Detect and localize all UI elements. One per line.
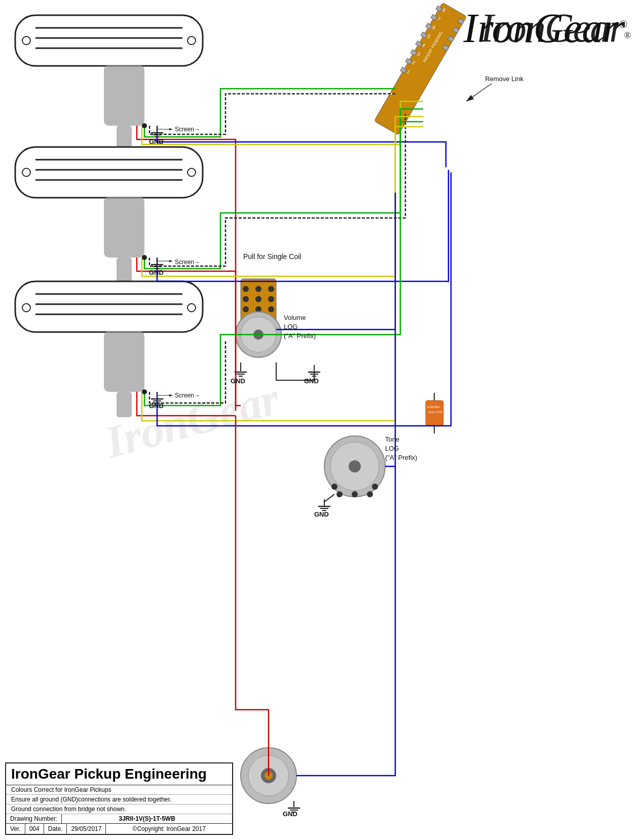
footer-ver-label: Ver. xyxy=(6,824,25,834)
screen3-label: Screen→ xyxy=(175,392,200,399)
footer-date-value: 29/05/2017 xyxy=(67,824,106,834)
svg-point-67 xyxy=(352,491,358,497)
screen2-label: Screen→ xyxy=(175,259,200,266)
svg-point-5 xyxy=(187,36,196,45)
svg-rect-16 xyxy=(15,281,203,332)
wiring-diagram: 8 7 6 5 4 3 2 1 PATENT PENDING xyxy=(0,0,640,840)
svg-text:222e 6701: 222e 6701 xyxy=(428,411,443,414)
footer-date-label: Date. xyxy=(44,824,67,834)
footer-drawing-number-label: Drawing Number: xyxy=(6,814,62,823)
gnd5-label: GND xyxy=(304,377,319,385)
svg-point-12 xyxy=(22,168,30,176)
svg-point-68 xyxy=(367,491,373,497)
footer-bottom: Ver. 004 Date. 29/05/2017 ©Copyright: Ir… xyxy=(6,824,232,834)
footer-copyright: ©Copyright: IronGear 2017 xyxy=(106,824,232,834)
svg-line-108 xyxy=(324,494,334,502)
svg-rect-15 xyxy=(117,258,132,283)
volume-label: Volume LOG ("A" Prefix) xyxy=(284,313,316,341)
footer-line2: Ensure all ground (GND)connections are s… xyxy=(6,795,232,805)
svg-point-110 xyxy=(142,123,147,128)
footer-box: IronGear Pickup Engineering Colours Corr… xyxy=(5,762,233,835)
svg-point-69 xyxy=(331,484,337,490)
svg-point-52 xyxy=(255,296,261,302)
svg-rect-22 xyxy=(104,331,144,392)
logo: IronGear® xyxy=(464,8,627,49)
remove-link-label: Remove Link xyxy=(485,75,523,83)
svg-point-50 xyxy=(268,286,274,292)
footer-company: IronGear Pickup Engineering xyxy=(6,763,232,785)
svg-point-48 xyxy=(243,286,249,292)
footer-line3: Ground connection from bridge not shown. xyxy=(6,805,232,814)
svg-point-54 xyxy=(243,306,249,312)
gnd4-label: GND xyxy=(231,377,245,385)
svg-rect-0 xyxy=(15,15,203,66)
svg-point-49 xyxy=(255,286,261,292)
gnd7-label: GND xyxy=(283,810,297,818)
screen1-label: Screen→ xyxy=(175,126,200,133)
gnd6-label: GND xyxy=(314,510,329,518)
svg-line-46 xyxy=(466,84,492,101)
svg-point-4 xyxy=(22,36,30,45)
footer-line1: Colours Correct for IronGear Pickups xyxy=(6,785,232,795)
svg-point-111 xyxy=(142,255,147,260)
svg-point-65 xyxy=(349,460,361,472)
svg-rect-23 xyxy=(117,392,132,417)
svg-point-53 xyxy=(268,296,274,302)
footer-drawing-number: 3JRII-1V(S)-1T-5WB xyxy=(62,814,232,823)
svg-point-21 xyxy=(187,304,196,312)
svg-point-70 xyxy=(372,484,378,490)
gnd3-label: GND xyxy=(149,402,164,410)
svg-point-56 xyxy=(268,306,274,312)
svg-point-112 xyxy=(142,389,147,394)
svg-point-13 xyxy=(187,168,196,176)
gnd2-label: GND xyxy=(149,269,164,276)
gnd1-label: GND xyxy=(149,138,164,145)
svg-point-20 xyxy=(22,304,30,312)
svg-rect-8 xyxy=(15,147,203,198)
svg-rect-24 xyxy=(374,3,467,135)
pull-for-single-coil-label: Pull for Single Coil xyxy=(243,252,301,261)
tone-label: Tone LOG ("A" Prefix) xyxy=(385,435,417,463)
footer-drawing-row: Drawing Number: 3JRII-1V(S)-1T-5WB xyxy=(6,814,232,824)
svg-point-66 xyxy=(336,491,343,497)
svg-text:103/P88V: 103/P88V xyxy=(427,406,440,409)
svg-rect-14 xyxy=(104,197,144,258)
svg-rect-6 xyxy=(104,65,144,126)
svg-point-51 xyxy=(243,296,249,302)
footer-ver-value: 004 xyxy=(25,824,44,834)
